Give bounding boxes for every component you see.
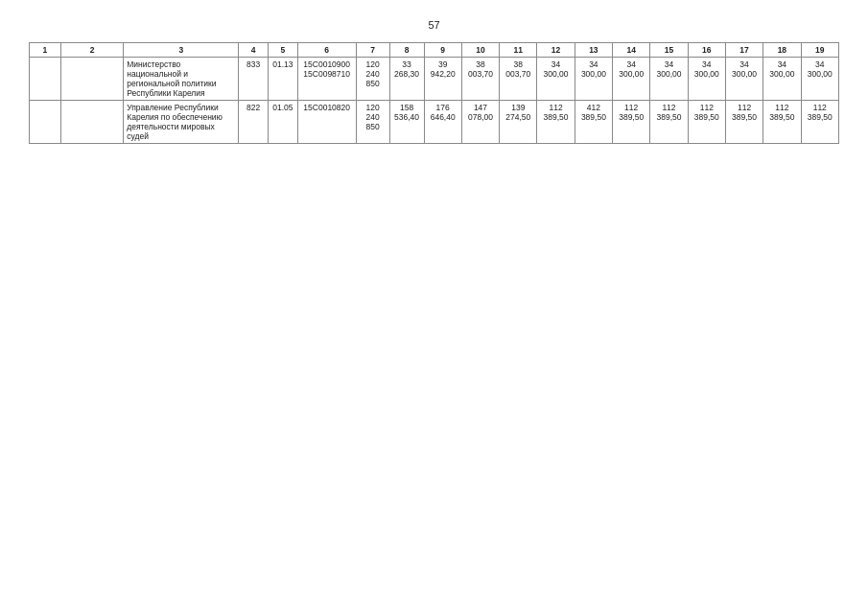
cell-r1-c4: 822 (239, 101, 269, 144)
header-5: 5 (268, 43, 297, 58)
header-3: 3 (124, 43, 239, 58)
cell-r1-c5: 01.05 (268, 101, 297, 144)
cell-r0-c7: 120240850 (356, 58, 389, 101)
header-7: 7 (356, 43, 389, 58)
table-row: Управление Республики Карелия по обеспеч… (30, 101, 839, 144)
table-row: Министерство национальной и региональной… (30, 58, 839, 101)
header-2: 2 (60, 43, 124, 58)
cell-r0-c11: 38003,70 (500, 58, 537, 101)
cell-r1-c18: 112389,50 (763, 101, 801, 144)
cell-r0-c6: 15С001090015С0098710 (297, 58, 356, 101)
header-18: 18 (763, 43, 801, 58)
cell-r0-c18: 34300,00 (763, 58, 801, 101)
cell-r0-c15: 34300,00 (650, 58, 688, 101)
cell-r1-c13: 412389,50 (575, 101, 612, 144)
header-14: 14 (613, 43, 650, 58)
header-15: 15 (650, 43, 688, 58)
cell-r0-c4: 833 (239, 58, 269, 101)
header-12: 12 (537, 43, 575, 58)
cell-r0-c1 (30, 58, 61, 101)
header-16: 16 (688, 43, 725, 58)
header-6: 6 (297, 43, 356, 58)
cell-r1-c7: 120240850 (356, 101, 389, 144)
cell-r0-c5: 01.13 (268, 58, 297, 101)
cell-r0-c14: 34300,00 (613, 58, 650, 101)
header-8: 8 (389, 43, 424, 58)
cell-r1-c3: Управление Республики Карелия по обеспеч… (124, 101, 239, 144)
cell-r1-c2 (60, 101, 124, 144)
header-11: 11 (500, 43, 537, 58)
header-19: 19 (801, 43, 838, 58)
header-9: 9 (424, 43, 461, 58)
cell-r1-c19: 112389,50 (801, 101, 838, 144)
header-10: 10 (461, 43, 499, 58)
cell-r1-c12: 112389,50 (537, 101, 575, 144)
page-number: 57 (29, 19, 839, 31)
header-13: 13 (575, 43, 612, 58)
cell-r0-c19: 34300,00 (801, 58, 838, 101)
cell-r1-c15: 112389,50 (650, 101, 688, 144)
header-1: 1 (30, 43, 61, 58)
cell-r0-c17: 34300,00 (725, 58, 762, 101)
cell-r0-c3: Министерство национальной и региональной… (124, 58, 239, 101)
cell-r1-c16: 112389,50 (688, 101, 725, 144)
cell-r0-c12: 34300,00 (537, 58, 575, 101)
cell-r1-c9: 176646,40 (424, 101, 461, 144)
main-table: 1 2 3 4 5 6 7 8 9 10 11 12 13 14 15 16 1… (29, 42, 839, 144)
header-17: 17 (725, 43, 762, 58)
cell-r0-c16: 34300,00 (688, 58, 725, 101)
cell-r1-c1 (30, 101, 61, 144)
cell-r1-c17: 112389,50 (725, 101, 762, 144)
cell-r0-c10: 38003,70 (461, 58, 499, 101)
cell-r1-c11: 139274,50 (500, 101, 537, 144)
cell-r1-c6: 15С0010820 (297, 101, 356, 144)
cell-r0-c2 (60, 58, 124, 101)
cell-r1-c8: 158536,40 (389, 101, 424, 144)
cell-r0-c8: 33268,30 (389, 58, 424, 101)
cell-r1-c14: 112389,50 (613, 101, 650, 144)
header-4: 4 (239, 43, 269, 58)
cell-r0-c9: 39942,20 (424, 58, 461, 101)
cell-r1-c10: 147078,00 (461, 101, 499, 144)
page: 57 1 2 3 4 5 6 7 8 9 10 11 12 13 14 15 1… (0, 0, 868, 614)
cell-r0-c13: 34300,00 (575, 58, 612, 101)
